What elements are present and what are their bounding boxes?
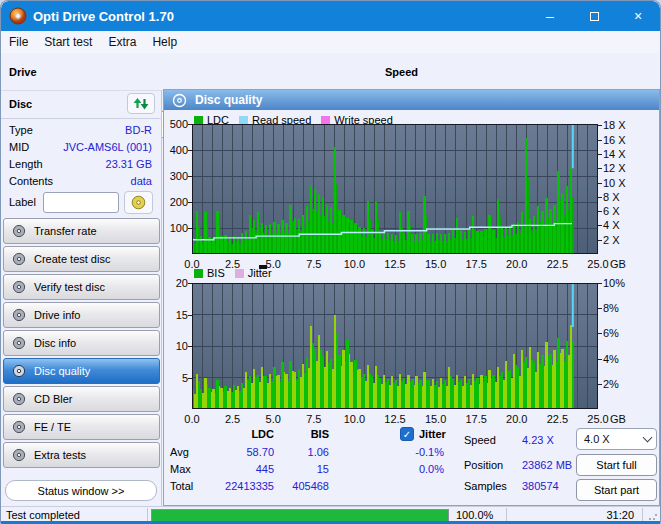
nav-label: Disc info [34, 337, 76, 349]
write-label-button[interactable] [124, 191, 153, 214]
disc-contents-value: data [131, 175, 152, 187]
axis-tick: 4% [603, 353, 637, 365]
tick-mark [188, 346, 192, 347]
nav-cd-bler[interactable]: CD Bler [3, 386, 160, 412]
close-button[interactable]: × [616, 1, 660, 31]
axis-tick: 200 [162, 196, 188, 208]
disc-icon [12, 280, 26, 294]
axis-tick: 7.5 [300, 258, 328, 270]
minimize-button[interactable]: – [528, 1, 572, 31]
axis-tick: 6 X [603, 205, 637, 217]
nav-extra-tests[interactable]: Extra tests [3, 442, 160, 468]
disc-icon [12, 252, 26, 266]
maximize-button[interactable] [572, 1, 616, 31]
gold-disc-icon [131, 195, 146, 210]
max-ldc: 445 [204, 463, 274, 475]
statusbar-separator [642, 508, 643, 522]
start-full-button[interactable]: Start full [576, 454, 657, 476]
test-speed-select[interactable]: 4.0 X [576, 428, 657, 450]
disc-type-label: Type [9, 124, 33, 136]
tick-mark [188, 378, 192, 379]
resize-grip[interactable] [648, 511, 658, 521]
nav-label: Create test disc [34, 253, 110, 265]
axis-tick: 22.5 [543, 258, 571, 270]
divider [1, 118, 162, 119]
nav-label: Drive info [34, 309, 80, 321]
menu-start-test[interactable]: Start test [36, 33, 100, 51]
nav-disc-quality[interactable]: Disc quality [3, 358, 160, 384]
axis-tick: 0.0 [178, 413, 206, 425]
status-window-button[interactable]: Status window >> [5, 480, 157, 501]
axis-tick: 500 [162, 118, 188, 130]
speed-label: Speed [385, 66, 418, 78]
tick-mark [598, 211, 602, 212]
tick-mark [598, 240, 602, 241]
speed-stat-label: Speed [464, 434, 496, 446]
app-window: Opti Drive Control 1.70 – × File Start t… [0, 0, 661, 524]
axis-tick: 15 [162, 309, 188, 321]
nav-label: Verify test disc [34, 281, 105, 293]
tick-mark [598, 283, 602, 284]
avg-jitter: -0.1% [369, 446, 444, 458]
app-disc-icon [9, 7, 27, 25]
nav-verify-test-disc[interactable]: Verify test disc [3, 274, 160, 300]
tick-mark [598, 125, 602, 126]
total-bis: 405468 [279, 480, 329, 492]
axis-tick: 20.0 [503, 413, 531, 425]
nav-transfer-rate[interactable]: Transfer rate [3, 218, 160, 244]
menu-extra[interactable]: Extra [100, 33, 144, 51]
disc-type-value: BD-R [125, 124, 152, 136]
start-part-button[interactable]: Start part [576, 479, 657, 501]
tick-mark [598, 384, 602, 385]
bis-chart [192, 283, 598, 413]
disc-length-value: 23.31 GB [106, 158, 152, 170]
axis-tick: 300 [162, 170, 188, 182]
tick-mark [188, 228, 192, 229]
axis-tick: 10 X [603, 177, 637, 189]
chevron-down-icon [643, 433, 653, 443]
avg-ldc: 58.70 [204, 446, 274, 458]
avg-bis: 1.06 [279, 446, 329, 458]
axis-tick: 18 X [603, 119, 637, 131]
samples-stat-value: 380574 [522, 480, 559, 492]
disc-mid-value: JVC-AMS6L (001) [63, 141, 152, 153]
nav-drive-info[interactable]: Drive info [3, 302, 160, 328]
tick-mark [188, 283, 192, 284]
axis-tick: 8 X [603, 191, 637, 203]
menu-file[interactable]: File [1, 33, 36, 51]
axis-tick: 20 [162, 277, 188, 289]
disc-label-input[interactable] [43, 192, 119, 213]
nav-create-test-disc[interactable]: Create test disc [3, 246, 160, 272]
disc-label-label: Label [9, 196, 36, 208]
disc-icon [12, 224, 26, 238]
nav-fe-te[interactable]: FE / TE [3, 414, 160, 440]
disc-quality-panel: Disc quality LDC Read speed Write speed … [163, 89, 660, 506]
tick-mark [188, 150, 192, 151]
axis-tick: 10.0 [340, 258, 368, 270]
refresh-disc-button[interactable] [127, 93, 155, 114]
disc-icon [12, 364, 26, 378]
progress-bar [151, 509, 449, 522]
tick-mark [188, 124, 192, 125]
tick-mark [598, 359, 602, 360]
tick-mark [598, 183, 602, 184]
statusbar-separator [147, 508, 148, 522]
axis-tick: 12.5 [381, 413, 409, 425]
tick-mark [598, 225, 602, 226]
max-jitter: 0.0% [369, 463, 444, 475]
jitter-column-header: Jitter [419, 428, 446, 440]
axis-tick: 2% [603, 378, 637, 390]
toolbar: Drive (F:) HL-DT-ST BD-RE WH16NS58 TST4 … [1, 53, 660, 91]
nav-disc-info[interactable]: Disc info [3, 330, 160, 356]
progress-percent: 100.0% [456, 509, 493, 521]
avg-label: Avg [170, 446, 189, 458]
elapsed-time: 31:20 [521, 509, 634, 521]
nav-label: Disc quality [34, 365, 90, 377]
disc-length-label: Length [9, 158, 43, 170]
ldc-column-header: LDC [224, 428, 274, 440]
check-icon: ✓ [403, 429, 411, 440]
axis-tick: GB [604, 413, 632, 425]
disc-icon [12, 420, 26, 434]
menu-help[interactable]: Help [144, 33, 185, 51]
jitter-checkbox[interactable]: ✓ [400, 427, 414, 441]
